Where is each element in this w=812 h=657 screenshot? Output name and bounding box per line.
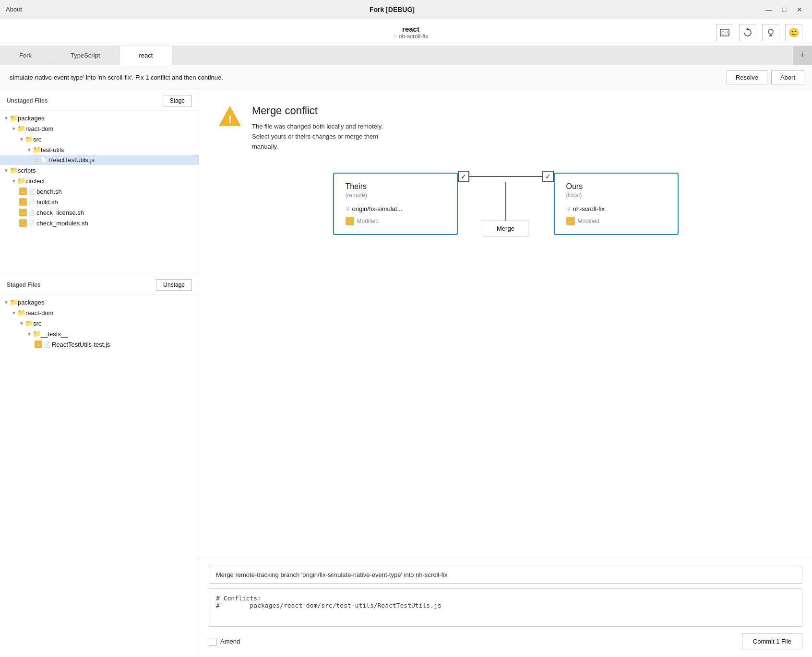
status-badge: … xyxy=(19,219,27,227)
folder-icon: 📁 xyxy=(25,135,33,143)
refresh-icon[interactable] xyxy=(739,24,756,41)
chevron-down-icon: ▼ xyxy=(19,137,24,142)
message-text: -simulate-native-event-type' into 'nh-sc… xyxy=(8,74,727,81)
message-bar: -simulate-native-event-type' into 'nh-sc… xyxy=(0,65,812,90)
staged-file-tree: ▼ 📁 packages ▼ 📁 react-dom ▼ 📁 src xyxy=(0,295,199,657)
unstaged-file-tree: ▼ 📁 packages ▼ 📁 react-dom ▼ 📁 src xyxy=(0,111,199,274)
theirs-checkbox[interactable]: ✓ xyxy=(458,171,469,182)
repo-info: react ⑂ nh-scroll-fix xyxy=(394,25,428,40)
lightbulb-icon[interactable] xyxy=(762,24,779,41)
file-icon: 📄 xyxy=(40,157,47,163)
main-area: Unstaged Files Stage ▼ 📁 packages ▼ 📁 re… xyxy=(0,90,812,657)
file-icon: 📄 xyxy=(28,188,35,195)
merge-info: Merge conflict The file was changed both… xyxy=(252,105,383,152)
list-item[interactable]: ⚠ 📄 ReactTestUtils.js xyxy=(0,155,199,165)
list-item[interactable]: ▼ 📁 circleci xyxy=(0,176,199,186)
warning-icon: ! xyxy=(218,105,242,129)
list-item[interactable]: … 📄 check_modules.sh xyxy=(0,218,199,228)
chevron-down-icon: ▼ xyxy=(27,331,32,337)
staged-section-header: Staged Files Unstage xyxy=(0,274,199,295)
theirs-box[interactable]: Theirs (remote) ⑂ origin/fix-simulat... … xyxy=(333,173,458,235)
amend-checkbox[interactable] xyxy=(209,638,216,645)
ours-status: … Modified xyxy=(566,217,666,225)
ours-branch: ⑂ nh-scroll-fix xyxy=(566,205,666,213)
folder-label: src xyxy=(33,320,41,327)
tab-add-button[interactable]: + xyxy=(793,46,812,65)
file-label: ReactTestUtils.js xyxy=(48,156,95,164)
tab-react[interactable]: react xyxy=(119,46,172,65)
folder-icon: 📁 xyxy=(33,146,41,153)
abort-button[interactable]: Abort xyxy=(771,70,804,84)
merge-button[interactable]: Merge xyxy=(483,221,528,236)
list-item[interactable]: ▼ 📁 packages xyxy=(0,297,199,307)
list-item[interactable]: ▼ 📁 __tests__ xyxy=(0,328,199,339)
folder-label: react-dom xyxy=(25,309,54,317)
folder-label: __tests__ xyxy=(41,330,68,338)
stage-button[interactable]: Stage xyxy=(163,95,192,106)
emoji-icon[interactable]: 🙂 xyxy=(785,24,802,41)
staged-title: Staged Files xyxy=(7,282,41,288)
merge-area: ! Merge conflict The file was changed bo… xyxy=(199,90,812,558)
list-item[interactable]: … 📄 bench.sh xyxy=(0,186,199,197)
merge-header: ! Merge conflict The file was changed bo… xyxy=(218,105,793,152)
list-item[interactable]: … 📄 build.sh xyxy=(0,197,199,207)
list-item[interactable]: … 📄 check_license.sh xyxy=(0,207,199,218)
connector-line: ✓ ✓ xyxy=(458,171,554,182)
close-button[interactable]: ✕ xyxy=(793,3,806,16)
repo-branch[interactable]: ⑂ nh-scroll-fix xyxy=(394,33,428,40)
menu-about[interactable]: About xyxy=(6,6,22,13)
file-label: bench.sh xyxy=(36,188,62,195)
tab-fork[interactable]: Fork xyxy=(0,46,51,65)
list-item[interactable]: ▼ 📁 test-utils xyxy=(0,144,199,155)
unstage-button[interactable]: Unstage xyxy=(156,279,192,291)
list-item[interactable]: ▼ 📁 scripts xyxy=(0,165,199,176)
ours-box[interactable]: Ours (local) ⑂ nh-scroll-fix … Modified xyxy=(554,173,679,235)
repo-name: react xyxy=(402,25,419,33)
ours-title: Ours xyxy=(566,182,666,191)
message-actions: Resolve Abort xyxy=(727,70,804,84)
list-item[interactable]: ▼ 📁 react-dom xyxy=(0,307,199,318)
commit-button[interactable]: Commit 1 File xyxy=(742,634,802,649)
theirs-subtitle: (remote) xyxy=(346,192,445,199)
theirs-branch: ⑂ origin/fix-simulat... xyxy=(346,205,445,213)
window-controls: — □ ✕ xyxy=(762,3,806,16)
status-badge: … xyxy=(19,198,27,206)
list-item[interactable]: ▼ 📁 src xyxy=(0,318,199,328)
file-icon: 📄 xyxy=(44,341,50,348)
terminal-icon[interactable]: C:\ xyxy=(716,24,733,41)
list-item[interactable]: … 📄 ReactTestUtils-test.js xyxy=(0,339,199,350)
file-label: build.sh xyxy=(36,199,58,206)
minimize-button[interactable]: — xyxy=(762,3,776,16)
ours-checkbox[interactable]: ✓ xyxy=(542,171,554,182)
amend-checkbox-area[interactable]: Amend xyxy=(209,638,240,645)
list-item[interactable]: ▼ 📁 src xyxy=(0,134,199,144)
vertical-line-container: Merge xyxy=(458,182,554,236)
folder-icon: 📁 xyxy=(25,319,33,327)
unstaged-title: Unstaged Files xyxy=(7,97,48,104)
branch-icon: ⑂ xyxy=(566,205,570,213)
file-icon: 📄 xyxy=(28,199,35,205)
chevron-down-icon: ▼ xyxy=(4,168,9,173)
left-panel: Unstaged Files Stage ▼ 📁 packages ▼ 📁 re… xyxy=(0,90,199,657)
right-panel: ! Merge conflict The file was changed bo… xyxy=(199,90,812,657)
warning-icon: ⚠ xyxy=(35,157,39,163)
amend-label: Amend xyxy=(220,638,240,645)
file-label: check_modules.sh xyxy=(36,220,88,227)
chevron-down-icon: ▼ xyxy=(12,126,16,131)
tab-typescript[interactable]: TypeScript xyxy=(51,46,119,65)
folder-label: packages xyxy=(18,299,45,306)
app-title: Fork [DEBUG] xyxy=(370,6,415,13)
file-label: ReactTestUtils-test.js xyxy=(52,341,110,348)
folder-label: src xyxy=(33,136,41,143)
merge-conflict-desc: The file was changed both locally and re… xyxy=(252,122,383,152)
folder-icon: 📁 xyxy=(10,114,18,122)
resolve-button[interactable]: Resolve xyxy=(727,70,767,84)
merge-button-container: Merge xyxy=(483,221,528,236)
list-item[interactable]: ▼ 📁 react-dom xyxy=(0,123,199,134)
folder-label: packages xyxy=(18,115,45,122)
svg-point-3 xyxy=(768,29,773,34)
maximize-button[interactable]: □ xyxy=(777,3,791,16)
chevron-down-icon: ▼ xyxy=(4,300,9,305)
svg-rect-5 xyxy=(769,35,772,36)
list-item[interactable]: ▼ 📁 packages xyxy=(0,113,199,123)
